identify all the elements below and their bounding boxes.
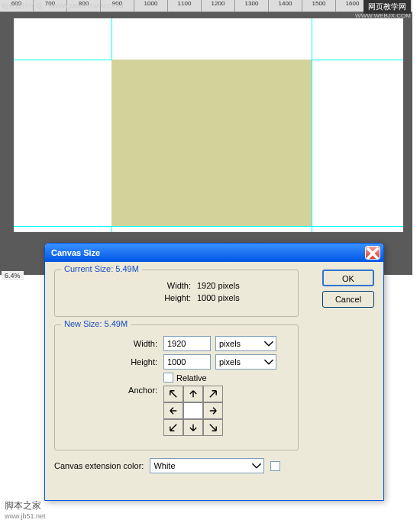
close-button[interactable] (365, 246, 380, 260)
chevron-down-icon (263, 357, 274, 367)
extension-color-swatch[interactable] (270, 461, 280, 471)
canvas-area[interactable] (14, 18, 403, 232)
arrow-n-icon (188, 389, 199, 399)
new-size-group: New Size: 5.49M Width: pixels Height: (54, 324, 299, 450)
arrow-nw-icon (168, 389, 179, 399)
arrow-sw-icon (168, 422, 179, 433)
extension-color-select[interactable]: White (150, 458, 264, 473)
dialog-title: Canvas Size (51, 248, 365, 257)
current-size-legend: Current Size: 5.49M (61, 264, 142, 273)
zoom-level[interactable]: 6.4% (2, 271, 24, 280)
current-height-value: 1000 pixels (197, 293, 289, 302)
height-unit-select[interactable]: pixels (215, 354, 276, 370)
close-icon (366, 247, 380, 260)
current-width-value: 1920 pixels (197, 281, 289, 290)
canvas-size-dialog: Canvas Size OK Cancel Current Size: 5.49… (44, 243, 384, 501)
anchor-n[interactable] (183, 386, 203, 402)
extension-color-label: Canvas extension color: (54, 461, 144, 470)
editor-window: 6007008009001000110012001300140015001600… (0, 0, 412, 275)
arrow-se-icon (208, 422, 218, 433)
canvas-shape (111, 60, 312, 226)
anchor-sw[interactable] (163, 419, 183, 436)
relative-label: Relative (176, 373, 207, 383)
anchor-nw[interactable] (163, 386, 183, 402)
new-width-input[interactable] (163, 336, 211, 351)
width-unit-select[interactable]: pixels (215, 336, 276, 351)
dialog-titlebar[interactable]: Canvas Size (45, 244, 383, 262)
arrow-e-icon (208, 405, 218, 416)
cancel-button[interactable]: Cancel (322, 291, 374, 308)
ok-button[interactable]: OK (322, 270, 374, 286)
anchor-se[interactable] (203, 419, 223, 436)
chevron-down-icon (263, 338, 274, 349)
arrow-s-icon (188, 422, 199, 433)
relative-checkbox[interactable] (163, 373, 173, 383)
anchor-s[interactable] (183, 419, 203, 436)
arrow-ne-icon (208, 389, 218, 399)
page-footer: 脚本之家 www.jb51.net (5, 499, 46, 520)
arrow-w-icon (168, 405, 179, 416)
anchor-label: Anchor: (110, 386, 163, 395)
new-size-legend: New Size: 5.49M (61, 319, 131, 328)
new-width-label: Width: (110, 339, 163, 348)
anchor-ne[interactable] (203, 386, 223, 402)
chevron-down-icon (251, 460, 262, 471)
anchor-center[interactable] (183, 402, 203, 419)
anchor-e[interactable] (203, 402, 223, 419)
guide-vertical[interactable] (312, 18, 312, 232)
current-size-group: Current Size: 5.49M Width: 1920 pixels H… (54, 270, 299, 317)
current-width-label: Width: (105, 281, 197, 290)
new-height-input[interactable] (163, 354, 211, 370)
anchor-w[interactable] (163, 402, 183, 419)
new-height-label: Height: (110, 357, 163, 366)
anchor-grid (163, 386, 223, 436)
current-height-label: Height: (105, 293, 197, 302)
watermark-left: 站长设计论坛 · WWW.MISSYUAN.COM (2, 2, 124, 11)
guide-horizontal[interactable] (14, 226, 403, 227)
